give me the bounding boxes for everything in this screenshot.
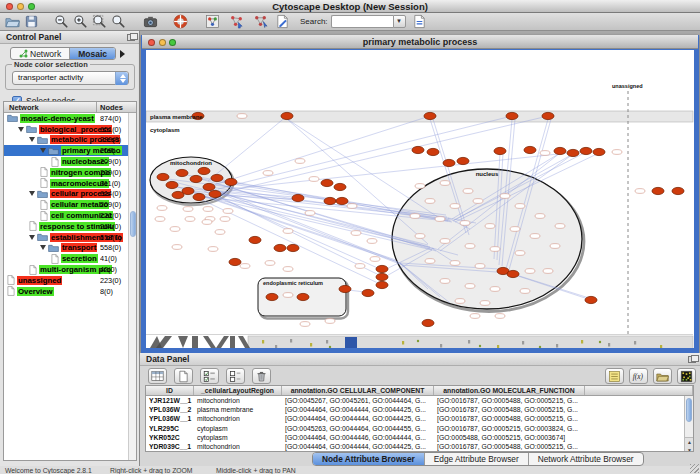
network-node[interactable] <box>473 199 483 204</box>
network-node[interactable] <box>157 206 167 211</box>
network-node[interactable] <box>440 239 450 244</box>
network-node-selected[interactable] <box>422 319 434 326</box>
tree-row-nucleobase-[interactable]: nucleobase-209(0) <box>4 156 136 167</box>
network-node-selected[interactable] <box>225 178 237 185</box>
network-node-selected[interactable] <box>266 293 278 300</box>
column-header-annotation-go-cellular-component[interactable]: annotation.GO CELLULAR_COMPONENT <box>282 386 434 395</box>
tree-row-mosaic-demo-yeast[interactable]: mosaic-demo-yeast874(0) <box>4 113 136 124</box>
network-node[interactable] <box>351 231 361 236</box>
network-node[interactable] <box>223 209 233 214</box>
table-cell[interactable]: cytoplasm <box>194 424 282 433</box>
network-node-selected[interactable] <box>506 112 518 119</box>
zoom-window-icon[interactable] <box>28 3 35 10</box>
expand-arrow-icon[interactable] <box>40 148 46 153</box>
network-node-selected[interactable] <box>412 146 424 153</box>
network-node-selected[interactable] <box>376 273 388 280</box>
network-node[interactable] <box>510 227 520 232</box>
network-node[interactable] <box>515 204 525 209</box>
table-cell[interactable]: mitochondrion <box>194 442 282 451</box>
unselect-attributes-button[interactable] <box>226 368 245 384</box>
table-scrollbar-thumb[interactable] <box>686 398 692 422</box>
snapshot-camera-button[interactable] <box>142 14 158 30</box>
network-node[interactable] <box>525 269 535 274</box>
network-node[interactable] <box>220 217 230 222</box>
tree-scrollbar[interactable] <box>128 113 136 461</box>
table-cell[interactable]: [GO:0016787, GO:0005488, GO:0005215, G..… <box>434 414 585 423</box>
expand-arrow-icon[interactable] <box>18 127 24 132</box>
network-node[interactable] <box>208 247 218 252</box>
network-node[interactable] <box>435 217 445 222</box>
network-node-selected[interactable] <box>166 181 178 188</box>
import-attributes-button[interactable] <box>653 368 672 384</box>
tree-row-multi-organism-pro[interactable]: multi-organism pro42(0) <box>4 264 136 275</box>
help-lifering-button[interactable] <box>172 14 188 30</box>
minimize-window-icon[interactable] <box>17 3 24 10</box>
search-input[interactable] <box>331 15 393 28</box>
table-cell[interactable]: [GO:0045263, GO:0044464, GO:0044455, G..… <box>282 424 434 433</box>
tree-row-response-to-stimulu[interactable]: response to stimulu264(0) <box>4 221 136 232</box>
table-row-ypl036w__2[interactable]: YPL036W__2plasma membrane[GO:0044464, GO… <box>146 405 693 414</box>
network-node[interactable] <box>295 159 305 164</box>
tree-column-nodes[interactable]: Nodes <box>97 102 136 112</box>
expand-arrow-icon[interactable] <box>29 191 35 196</box>
network-node[interactable] <box>425 199 435 204</box>
network-node-selected[interactable] <box>321 179 333 186</box>
table-cell[interactable]: [GO:0016787, GO:0005215, GO:0003824, G..… <box>434 424 585 433</box>
network-node[interactable] <box>237 114 247 119</box>
table-cell[interactable]: [GO:0044464, GO:0044444, GO:0044425, G..… <box>282 405 434 414</box>
network-node-selected[interactable] <box>292 194 304 201</box>
select-attributes-button[interactable] <box>200 368 219 384</box>
network-node[interactable] <box>455 299 465 304</box>
frame-zoom-icon[interactable] <box>169 39 176 46</box>
network-node[interactable] <box>425 259 435 264</box>
save-session-button[interactable] <box>23 14 39 30</box>
network-node-selected[interactable] <box>652 187 664 194</box>
network-node-selected[interactable] <box>580 147 592 154</box>
network-node-selected[interactable] <box>427 148 439 155</box>
tree-row-cell-communicat[interactable]: cell communicat221(0) <box>4 210 136 221</box>
network-node[interactable] <box>309 177 319 182</box>
network-node-selected[interactable] <box>249 236 261 243</box>
network-node-selected[interactable] <box>172 191 184 198</box>
tree-row-establishment-of-lo[interactable]: establishment of lo558(0) <box>4 232 136 243</box>
network-node-selected[interactable] <box>211 174 223 181</box>
network-node[interactable] <box>355 264 365 269</box>
network-node-selected[interactable] <box>554 147 566 154</box>
network-modify-button[interactable] <box>252 14 268 30</box>
network-node-selected[interactable] <box>229 258 241 265</box>
zoom-out-button[interactable] <box>53 14 69 30</box>
network-node[interactable] <box>347 204 357 209</box>
network-node-selected[interactable] <box>672 187 684 194</box>
expand-arrow-icon[interactable] <box>40 245 46 250</box>
network-node[interactable] <box>520 289 530 294</box>
delete-attribute-button[interactable] <box>252 368 271 384</box>
network-node[interactable] <box>283 229 293 234</box>
network-node[interactable] <box>475 264 485 269</box>
network-node[interactable] <box>367 239 377 244</box>
network-node-selected[interactable] <box>203 183 215 190</box>
table-row-ylr295c[interactable]: YLR295Ccytoplasm[GO:0045263, GO:0044464,… <box>146 424 693 433</box>
expand-arrow-icon[interactable] <box>29 235 35 240</box>
table-scrollbar[interactable]: ▲▼ <box>684 396 693 452</box>
network-node[interactable] <box>410 214 420 219</box>
network-node[interactable] <box>500 194 510 199</box>
new-attribute-button[interactable] <box>174 368 193 384</box>
network-node-selected[interactable] <box>209 190 221 197</box>
tree-row-cellular-process[interactable]: cellular process614(0) <box>4 189 136 200</box>
network-node-selected[interactable] <box>542 112 554 119</box>
network-node-selected[interactable] <box>507 270 519 277</box>
network-node[interactable] <box>185 217 195 222</box>
network-node[interactable] <box>465 244 475 249</box>
table-cell[interactable]: cytoplasm <box>194 433 282 442</box>
network-node[interactable] <box>415 234 425 239</box>
tree-row-biological-process[interactable]: biological_process651(0) <box>4 124 136 135</box>
table-cell[interactable]: [GO:0044464, GO:0044446, GO:0044444, G..… <box>282 433 434 442</box>
table-row-ypl036w__1[interactable]: YPL036W__1mitochondrion[GO:0044464, GO:0… <box>146 414 693 423</box>
network-node[interactable] <box>240 264 250 269</box>
network-import-button[interactable] <box>228 14 244 30</box>
table-cell[interactable]: [GO:0005488, GO:0005215, GO:0003674] <box>434 433 585 442</box>
column-header-annotation-go-molecular-function[interactable]: annotation.GO MOLECULAR_FUNCTION <box>434 386 585 395</box>
network-node[interactable] <box>325 319 335 324</box>
tree-scrollbar-thumb[interactable] <box>130 211 136 237</box>
network-node[interactable] <box>540 151 550 156</box>
